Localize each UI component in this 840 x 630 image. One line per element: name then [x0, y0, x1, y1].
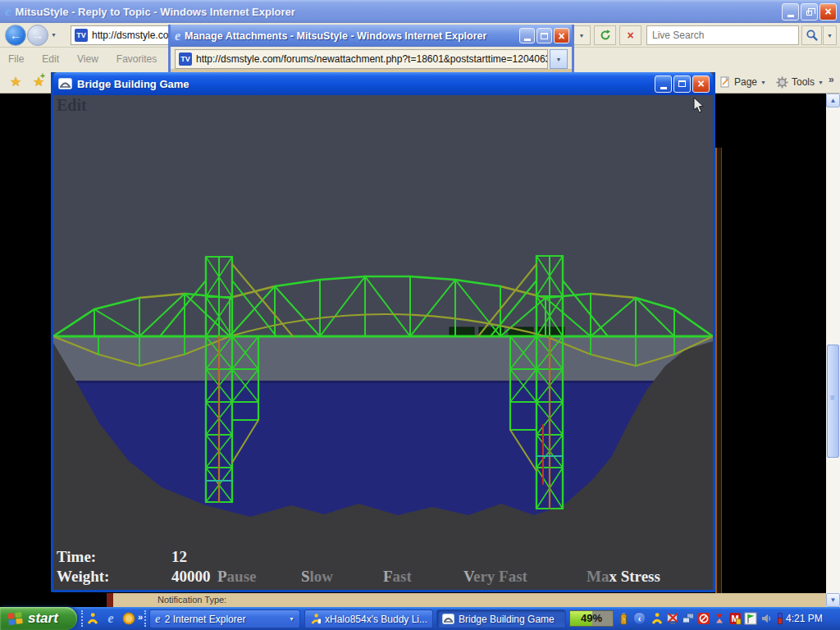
game-window: Bridge Building Game × Edit [51, 72, 715, 592]
minimize-button[interactable] [655, 75, 672, 93]
vertical-scrollbar[interactable]: ▲ ▼ [826, 94, 840, 607]
refresh-icon [599, 29, 612, 42]
game-titlebar[interactable]: Bridge Building Game × [53, 72, 713, 95]
power-device-icon[interactable] [773, 611, 787, 625]
terrain-band [53, 336, 713, 381]
gold-app-icon[interactable] [121, 611, 136, 626]
refresh-button[interactable] [594, 25, 616, 45]
address-dropdown-button[interactable]: ▼ [573, 25, 591, 45]
mcafee-icon[interactable]: M [728, 611, 742, 625]
menu-item-favorites[interactable]: Favorites [116, 53, 157, 65]
favorites-star-icon[interactable]: ★ [10, 74, 21, 89]
battery-meter[interactable]: 49% [569, 610, 614, 627]
history-dropdown-icon[interactable]: ▼ [51, 32, 57, 38]
aim-quick-icon[interactable] [85, 611, 100, 626]
menu-item-file[interactable]: File [8, 53, 24, 65]
aim-tray-icon[interactable] [650, 611, 664, 625]
fast-button[interactable]: Fast [383, 568, 412, 586]
minimize-button[interactable] [519, 28, 535, 43]
taskbar-button-ie-group[interactable]: e 2 Internet Explorer ▼ [149, 609, 300, 628]
forward-button[interactable]: → [27, 25, 48, 46]
offline-user-icon[interactable] [712, 611, 726, 625]
bridge-icon [58, 78, 72, 89]
edit-menu[interactable]: Edit [57, 96, 87, 115]
group-dropdown-icon: ▼ [289, 616, 294, 622]
close-button[interactable]: × [692, 75, 710, 93]
attachments-titlebar[interactable]: e Manage Attachments - MitsuStyle - Wind… [171, 25, 572, 47]
aim-icon [310, 613, 321, 625]
page-button-label: Page [734, 76, 757, 88]
clock[interactable]: 4:21 PM [786, 613, 823, 624]
desktop: e MitsuStyle - Reply to Topic - Windows … [0, 0, 840, 630]
very-fast-button[interactable]: Very Fast [463, 568, 527, 586]
hud-time-value: 12 [171, 548, 187, 566]
search-icon [806, 29, 819, 42]
taskbar-button-label: Bridge Building Game [459, 614, 555, 625]
tools-button-label: Tools [792, 76, 815, 88]
scroll-thumb[interactable] [827, 345, 839, 458]
scroll-down-button[interactable]: ▼ [826, 593, 840, 607]
forum-right-border [715, 148, 722, 593]
close-button[interactable]: × [819, 3, 837, 21]
battery-percent: 49% [570, 612, 613, 624]
site-favicon: TV [75, 29, 88, 42]
taskbar-button-bridge-game[interactable]: Bridge Building Game [436, 609, 566, 628]
search-input[interactable] [646, 25, 799, 45]
page-icon [720, 76, 731, 89]
taskbar-button-buddy-list[interactable]: xHalo854x's Buddy Li... [304, 609, 433, 628]
display-muted-icon[interactable] [665, 611, 679, 625]
forum-border-strip [107, 593, 113, 607]
add-favorite-icon[interactable]: ★+ [33, 74, 44, 89]
network-icon[interactable] [681, 611, 695, 625]
max-stress-button[interactable]: Max Stress [587, 568, 660, 586]
search-button[interactable] [801, 25, 822, 45]
game-scene[interactable] [53, 95, 713, 590]
address-text[interactable]: http://dsmstyle.com/forums/newattachment… [196, 53, 548, 65]
ie-quick-icon[interactable]: e [103, 611, 118, 626]
gear-icon [776, 76, 788, 89]
address-bar[interactable]: TV http://dsmstyle.com/forums/newattachm… [175, 49, 548, 69]
tray-collapse-chevron[interactable]: ‹ [633, 612, 646, 624]
maximize-button[interactable] [536, 28, 552, 43]
game-client-area: Edit Time: 12 Weight: 40000 Pause Slow F… [53, 95, 713, 590]
hud-weight-value: 40000 [171, 568, 211, 586]
bridge-icon [442, 614, 454, 624]
blocked-icon[interactable] [696, 611, 710, 625]
scroll-up-button[interactable]: ▲ [826, 94, 840, 107]
tools-button[interactable]: Tools ▼ [773, 72, 827, 92]
taskband-handle[interactable] [144, 610, 146, 627]
game-window-title: Bridge Building Game [77, 78, 653, 90]
attachments-window-title: Manage Attachments - MitsuStyle - Window… [185, 30, 518, 42]
quick-launch-handle[interactable] [81, 610, 83, 627]
attachments-address-row: TV http://dsmstyle.com/forums/newattachm… [171, 47, 572, 70]
ie-icon: e [175, 29, 180, 43]
search-options-dropdown[interactable]: ▼ [823, 25, 837, 45]
pause-button[interactable]: Pause [217, 568, 257, 586]
close-button[interactable]: × [554, 28, 569, 43]
quick-launch-chevron[interactable]: » [138, 612, 143, 622]
restore-button[interactable] [801, 3, 818, 21]
green-flag-icon[interactable] [743, 611, 757, 625]
back-button[interactable]: ← [5, 25, 26, 46]
stop-button[interactable]: × [619, 25, 641, 45]
maximize-button[interactable] [673, 75, 691, 93]
slow-button[interactable]: Slow [301, 568, 333, 586]
menu-item-edit[interactable]: Edit [42, 53, 59, 65]
taskbar: start e » e 2 Internet Explorer ▼ xHalo8… [0, 607, 840, 630]
toolbar-overflow-chevron[interactable]: » [829, 74, 834, 85]
address-dropdown-button[interactable]: ▼ [550, 49, 568, 69]
mouse-cursor [693, 97, 706, 115]
site-favicon: TV [179, 52, 192, 66]
windows-logo-icon [7, 612, 24, 626]
start-label: start [28, 610, 58, 627]
page-button[interactable]: Page ▼ [717, 72, 769, 92]
battery-charging-icon[interactable] [617, 611, 631, 625]
notification-type-label: Notification Type: [158, 595, 226, 605]
minimize-button[interactable] [782, 3, 799, 21]
menu-item-view[interactable]: View [77, 53, 98, 65]
main-window-title: MitsuStyle - Reply to Topic - Windows In… [16, 6, 780, 18]
start-button[interactable]: start [0, 607, 77, 630]
volume-icon[interactable] [759, 611, 773, 625]
main-titlebar[interactable]: e MitsuStyle - Reply to Topic - Windows … [0, 0, 840, 23]
hud-time-label: Time: [57, 548, 96, 566]
